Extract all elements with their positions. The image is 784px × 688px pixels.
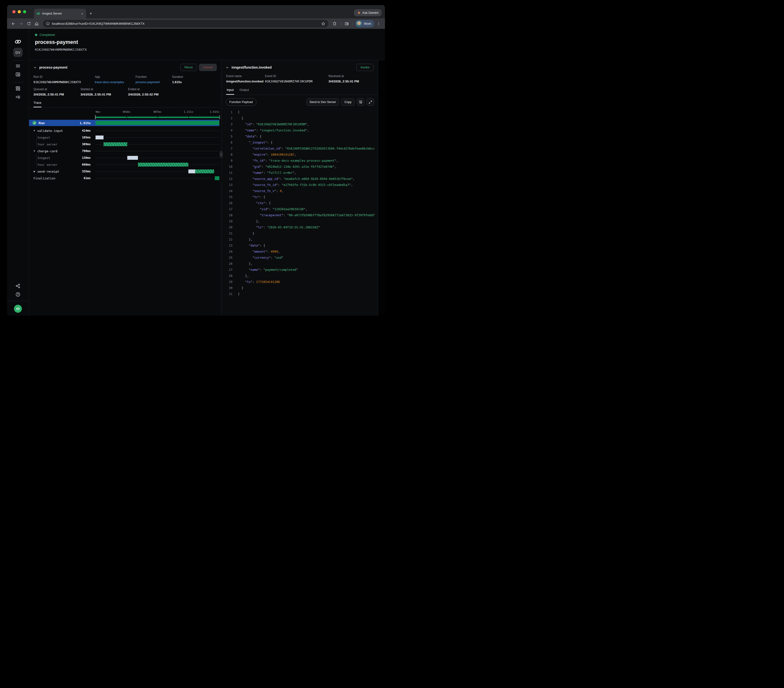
event-name-label: Event name	[226, 74, 265, 78]
site-info-icon[interactable]	[46, 22, 50, 25]
code-line: 15 "tc": {	[221, 194, 378, 200]
trace-minimap[interactable]	[96, 115, 219, 120]
function-link[interactable]: process-payment	[135, 80, 172, 84]
trace-axis: 0ms403ms807ms1.211s1.615s	[96, 110, 219, 115]
axis-tick-label: 0ms	[96, 110, 100, 114]
trace-bar-queue[interactable]	[127, 156, 138, 160]
trace-row-finalization[interactable]: Finalization61ms	[29, 175, 221, 181]
extensions-icon[interactable]	[331, 20, 338, 27]
collapse-chevron-down-icon[interactable]	[33, 66, 36, 69]
tab-trace[interactable]: Trace	[33, 101, 41, 107]
inngest-logo-icon[interactable]	[15, 39, 21, 45]
code-text: "ts": "2026-03-04T19:55:41.288158Z"	[232, 224, 320, 230]
send-to-dev-server-button[interactable]: Send to Dev Server	[306, 99, 339, 106]
runs-list-icon[interactable]	[15, 63, 21, 69]
trace-row-your-server[interactable]: Your server309ms	[29, 141, 221, 148]
code-line: 10 "gid": "4924bd12-13de-4201-a31e-fb7f4…	[221, 164, 378, 170]
caret-down-icon[interactable]: ▼	[29, 130, 35, 132]
share-feedback-icon[interactable]	[15, 283, 21, 288]
rerun-button[interactable]: Rerun	[180, 64, 197, 71]
browser-tab-inngest-server[interactable]: Inngest Server ×	[34, 9, 86, 18]
home-icon[interactable]	[33, 20, 40, 27]
run-panel-title: process-payment	[39, 66, 68, 69]
line-number: 27	[221, 267, 232, 273]
invoke-button[interactable]: Invoke	[356, 64, 374, 71]
close-window-button[interactable]	[12, 10, 15, 13]
zoom-window-button[interactable]	[23, 10, 26, 13]
expand-fullscreen-icon[interactable]	[367, 98, 374, 106]
received-at-label: Received at	[328, 74, 359, 78]
line-number: 12	[221, 176, 232, 182]
url-text[interactable]: localhost:8288/run?runID=01KJX6Q7W64NMKM…	[52, 22, 145, 25]
axis-tick-label: 1.615s	[210, 110, 219, 114]
trace-row-track	[96, 148, 219, 155]
url-bar[interactable]: localhost:8288/run?runID=01KJX6Q7W64NMKM…	[43, 20, 328, 27]
collapse-chevron-down-icon[interactable]	[226, 66, 229, 69]
trace-bar-hatch[interactable]	[195, 170, 214, 173]
trace-row-inngest[interactable]: Inngest105ms	[29, 134, 221, 141]
code-text: ]	[232, 291, 240, 297]
queued-at-value: 3/4/2026, 2:55:41 PM	[33, 92, 81, 96]
trace-bar-hatch[interactable]	[104, 142, 127, 146]
ask-gemini-button[interactable]: Ask Gemini	[354, 9, 382, 16]
new-tab-button[interactable]: +	[89, 11, 92, 16]
apps-icon[interactable]	[15, 86, 21, 91]
trace-bar-hatch[interactable]	[138, 163, 189, 166]
code-line: 9 "fn_id": "trace-docs-examples-process-…	[221, 158, 378, 164]
browser-menu-icon[interactable]	[375, 20, 382, 27]
code-text: "traceparent": "00-a073fb598bfff8af82956…	[232, 212, 374, 218]
code-line: 22 },	[221, 236, 378, 242]
trace-row-run[interactable]: Run1.615s	[29, 120, 219, 126]
caret-down-icon[interactable]: ▼	[29, 150, 35, 152]
app-link[interactable]: trace-docs-examples	[95, 80, 135, 84]
function-payload-pill[interactable]: Function Payload	[226, 99, 257, 106]
line-number: 6	[221, 139, 232, 145]
word-wrap-icon[interactable]	[357, 98, 364, 106]
event-search-icon[interactable]	[15, 72, 21, 77]
trace-row-duration: 61ms	[84, 176, 96, 180]
event-panel-tabs: Input Output	[221, 87, 378, 95]
caret-right-icon[interactable]: ▶	[29, 170, 35, 173]
cancel-button[interactable]: Cancel	[199, 64, 217, 71]
copy-button[interactable]: Copy	[341, 99, 355, 106]
bookmark-star-icon[interactable]	[321, 21, 325, 26]
dev-tools-button[interactable]	[14, 305, 22, 313]
trace-row-duration: 1.615s	[80, 121, 96, 125]
code-line: 30 }	[221, 285, 378, 291]
line-number: 10	[221, 164, 232, 170]
code-text: "expire": 1804190141287,	[232, 151, 296, 158]
trace-row-charge-card[interactable]: ▼charge-card798ms	[29, 148, 221, 155]
tab-output[interactable]: Output	[239, 87, 249, 95]
terminal-logs-icon[interactable]	[15, 94, 21, 100]
trace-row-validate-input[interactable]: ▼validate-input414ms	[29, 127, 221, 134]
trace-bar-queue[interactable]	[96, 135, 104, 139]
code-text: },	[232, 273, 249, 279]
trace-bar-solid[interactable]	[96, 121, 219, 125]
started-at-label: Started at	[81, 87, 128, 91]
started-at-value: 3/4/2026, 2:55:41 PM	[81, 92, 128, 96]
nav-rail: DV	[7, 29, 29, 316]
forward-icon[interactable]	[18, 20, 25, 27]
trace-row-your-server[interactable]: Your server660ms	[29, 161, 221, 168]
help-icon[interactable]	[15, 292, 21, 297]
trace-bar-queue[interactable]	[188, 170, 195, 173]
sidepanel-search-icon[interactable]	[343, 20, 350, 27]
reload-icon[interactable]	[25, 20, 32, 27]
code-text: "gid": "4924bd12-13de-4201-a31e-fb7f427e…	[232, 164, 336, 170]
code-line: 31]	[221, 291, 378, 297]
trace-row-track	[96, 155, 219, 161]
minimize-window-button[interactable]	[18, 10, 21, 13]
env-badge[interactable]: DV	[13, 48, 23, 57]
trace-row-send-receipt[interactable]: ▶send-receipt335ms	[29, 168, 221, 175]
tab-close-icon[interactable]: ×	[81, 12, 84, 15]
browser-profile-button[interactable]: Work	[355, 20, 374, 27]
trace-bar-solid[interactable]	[215, 176, 219, 180]
panel-resize-handle[interactable]	[220, 151, 222, 158]
trace-row-inngest[interactable]: Inngest138ms	[29, 155, 221, 161]
payload-code-viewer[interactable]: 1[2 {3 "id": "01KJX6Q7V81N4DMZ7HFJ0CGPDM…	[221, 109, 378, 316]
code-text: "name": "payment/completed"	[232, 267, 298, 273]
back-icon[interactable]	[10, 20, 17, 27]
code-line: 14 "source_fn_v": 0,	[221, 188, 378, 194]
tab-input[interactable]: Input	[226, 87, 234, 95]
toolbar-divider	[352, 21, 353, 26]
